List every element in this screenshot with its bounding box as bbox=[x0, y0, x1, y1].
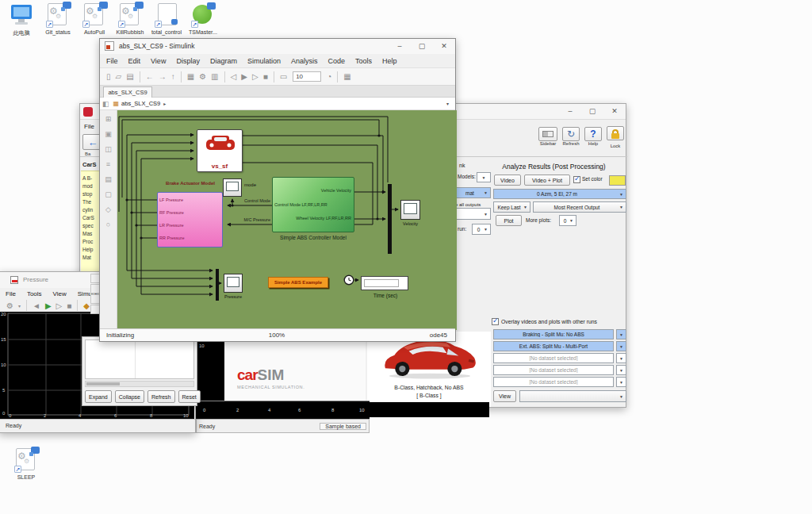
forward-icon[interactable]: → bbox=[159, 72, 167, 81]
dataset-dropdown-1[interactable]: Braking - Split Mu: No ABS bbox=[493, 329, 614, 339]
save-icon[interactable]: ▤ bbox=[126, 72, 133, 81]
back-icon[interactable]: ← bbox=[146, 72, 154, 81]
view-button[interactable]: View bbox=[493, 390, 516, 402]
stop-icon[interactable]: ■ bbox=[67, 301, 71, 310]
lock-button[interactable] bbox=[607, 126, 624, 140]
breadcrumb-dropdown-icon[interactable]: ▾ bbox=[446, 101, 449, 106]
velocity-mux[interactable] bbox=[388, 184, 392, 254]
palette-icon[interactable]: ▣ bbox=[105, 130, 112, 138]
menu-display[interactable]: Display bbox=[176, 57, 200, 65]
keep-last-dropdown[interactable]: Keep Last▼ bbox=[493, 201, 530, 213]
dataset-dropdown-4[interactable]: [No dataset selected] bbox=[493, 365, 614, 375]
palette-icon[interactable]: ⊞ bbox=[105, 115, 112, 123]
expand-button[interactable]: Expand bbox=[85, 390, 112, 403]
set-color-checkbox[interactable]: ✓ bbox=[573, 176, 580, 183]
dataset-dropdown-2-arrow[interactable]: ▼ bbox=[616, 341, 626, 351]
reset-button[interactable]: Reset bbox=[178, 390, 201, 403]
mode-scope-block[interactable] bbox=[223, 178, 242, 197]
velocity-scope-block[interactable] bbox=[400, 200, 420, 220]
rewind-icon[interactable]: ◄ bbox=[33, 301, 40, 310]
simulink-canvas[interactable]: vs_sf Brake Actuator Model LF Pressure R… bbox=[117, 110, 457, 330]
help-button[interactable]: ? bbox=[584, 127, 602, 141]
palette-icon[interactable]: ≡ bbox=[106, 160, 110, 168]
menu-simulation[interactable]: Simulation bbox=[247, 57, 281, 65]
run-icon[interactable]: ▶ bbox=[45, 301, 52, 310]
sidebar-button[interactable] bbox=[538, 127, 557, 141]
desktop-icon-this-pc[interactable]: 此电脑 bbox=[3, 3, 40, 37]
menu-view[interactable]: View bbox=[53, 290, 67, 297]
output-mode-dropdown[interactable]: Most Recent Output▼ bbox=[533, 201, 626, 213]
pressure-mux[interactable] bbox=[216, 269, 219, 301]
desktop-icon-autopull[interactable]: ⚙⚙ ↗ AutoPull bbox=[76, 3, 113, 35]
tree-list-area[interactable] bbox=[85, 339, 194, 379]
desktop-icon-total-control[interactable]: ↗ total_control bbox=[148, 3, 185, 35]
step-back-icon[interactable]: ◁ bbox=[231, 72, 237, 81]
desktop-icon-git-status[interactable]: ⚙⚙ ↗ Git_status bbox=[40, 3, 76, 35]
menu-view[interactable]: View bbox=[151, 57, 166, 65]
video-button[interactable]: Video bbox=[494, 175, 521, 186]
config-gear-icon[interactable]: ⚙ bbox=[199, 72, 206, 81]
step-forward-icon[interactable]: ▷ bbox=[252, 72, 259, 81]
pane-toggle-icon[interactable]: ◧ bbox=[102, 100, 109, 108]
dataset-dropdown-5[interactable]: [No dataset selected] bbox=[493, 377, 614, 387]
collapse-button[interactable]: Collapse bbox=[115, 390, 144, 403]
palette-icon[interactable]: ○ bbox=[106, 221, 110, 228]
color-swatch[interactable] bbox=[609, 175, 626, 186]
maximize-button[interactable]: ▢ bbox=[411, 39, 433, 53]
maximize-button[interactable]: ▢ bbox=[581, 104, 603, 118]
dataset-dropdown-4-arrow[interactable]: ▼ bbox=[616, 365, 626, 375]
menu-help[interactable]: Help bbox=[382, 57, 397, 65]
step-forward-icon[interactable]: ▷ bbox=[56, 301, 63, 310]
echo-file-dropdown[interactable]: ▼ bbox=[519, 390, 626, 402]
file-menu[interactable]: File bbox=[84, 123, 94, 130]
close-button[interactable]: ✕ bbox=[603, 104, 626, 118]
menu-tools[interactable]: Tools bbox=[355, 57, 372, 65]
minimize-button[interactable]: – bbox=[559, 104, 581, 118]
dataset-dropdown-1-arrow[interactable]: ▼ bbox=[616, 329, 626, 339]
library-browser-icon[interactable]: ▦ bbox=[187, 72, 194, 81]
more-plots-dropdown[interactable]: 0▼ bbox=[559, 215, 576, 226]
close-button[interactable]: ✕ bbox=[433, 39, 455, 53]
desktop-icon-sleep[interactable]: ⚙⚙ ↗ SLEEP bbox=[8, 448, 44, 480]
dataset-dropdown-3-arrow[interactable]: ▼ bbox=[616, 353, 626, 363]
run-icon[interactable]: ▶ bbox=[241, 72, 247, 81]
menu-diagram[interactable]: Diagram bbox=[210, 57, 237, 65]
pressure-scope-block[interactable] bbox=[224, 274, 243, 293]
dropdown-caret-icon[interactable]: ▾ bbox=[18, 303, 21, 309]
more-tools-icon[interactable]: ▦ bbox=[343, 72, 350, 81]
brake-actuator-block[interactable]: LF Pressure RF Pressure LR Pressure RR P… bbox=[157, 192, 223, 247]
scrollbar-thumb[interactable] bbox=[86, 382, 120, 386]
refresh-button[interactable]: ↻ bbox=[562, 127, 580, 141]
sim-stop-time-input[interactable] bbox=[293, 71, 321, 82]
palette-icon[interactable]: ◫ bbox=[105, 145, 112, 153]
menu-edit[interactable]: Edit bbox=[128, 57, 141, 65]
desktop-icon-tsmaster[interactable]: ↗ TSMaster... bbox=[185, 3, 221, 35]
new-model-icon[interactable]: ▯ bbox=[106, 72, 111, 81]
menu-analysis[interactable]: Analysis bbox=[291, 57, 318, 65]
menu-code[interactable]: Code bbox=[327, 57, 345, 65]
desktop-icon-killrubbish[interactable]: ⚙⚙ ↗ KillRubbish bbox=[112, 3, 148, 35]
abs-controller-block[interactable]: Vehicle Velocity Control Mode LF,RF,LR,R… bbox=[272, 177, 354, 232]
breadcrumb-model[interactable]: abs_SLX_CS9 bbox=[121, 100, 160, 107]
palette-icon[interactable]: ▢ bbox=[105, 190, 112, 198]
stop-icon[interactable]: ■ bbox=[263, 72, 268, 81]
dataset-dropdown-3[interactable]: [No dataset selected] bbox=[493, 353, 614, 363]
tab-abs-slx-cs9[interactable]: abs_SLX_CS9 bbox=[103, 86, 152, 98]
refresh-button[interactable]: Refresh bbox=[147, 390, 175, 403]
plot-button[interactable]: Plot bbox=[496, 215, 522, 226]
up-icon[interactable]: ↑ bbox=[171, 72, 175, 81]
time-display-block[interactable] bbox=[361, 276, 408, 290]
camera-view-dropdown[interactable]: 0 Azm, 5 El, 27 m▼ bbox=[493, 189, 626, 199]
video-plot-button[interactable]: Video + Plot bbox=[524, 175, 570, 186]
model-settings-icon[interactable]: ▥ bbox=[211, 72, 218, 81]
menu-file[interactable]: File bbox=[106, 57, 118, 65]
overlay-checkbox[interactable]: ✓ bbox=[492, 318, 499, 325]
settings-gear-icon[interactable]: ⚙ bbox=[6, 301, 13, 310]
clock-block[interactable] bbox=[343, 274, 354, 286]
horizontal-scrollbar[interactable] bbox=[85, 381, 194, 387]
fast-restart-icon[interactable]: ◔ bbox=[327, 72, 331, 81]
palette-icon[interactable]: ▤ bbox=[105, 175, 112, 183]
dataset-dropdown-5-arrow[interactable]: ▼ bbox=[616, 377, 626, 387]
dataset-dropdown-2[interactable]: Ext. ABS: Split Mu - Multi-Port bbox=[493, 341, 614, 351]
minimize-button[interactable]: – bbox=[389, 39, 411, 53]
